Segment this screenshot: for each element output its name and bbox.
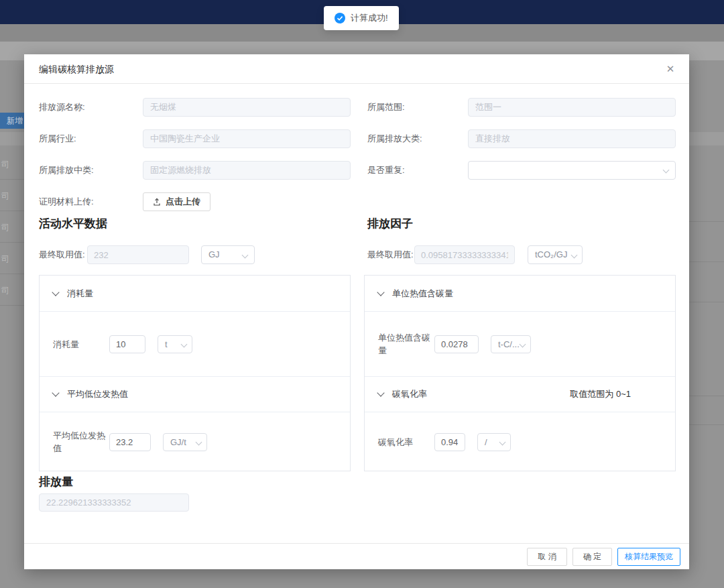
carbon-content-panel-header[interactable]: 单位热值含碳量 bbox=[365, 276, 675, 312]
industry-label: 所属行业: bbox=[39, 129, 139, 148]
chevron-down-icon bbox=[571, 252, 578, 259]
oxidation-rate-panel-title: 碳氧化率 bbox=[392, 388, 427, 400]
oxidation-rate-panel-header[interactable]: 碳氧化率 取值范围为 0~1 bbox=[365, 376, 675, 412]
carbon-content-input[interactable] bbox=[434, 335, 479, 353]
heating-value-panel-title: 平均低位发热值 bbox=[67, 388, 128, 400]
oxidation-rate-label: 碳氧化率 bbox=[378, 436, 434, 449]
factor-unit-value: tCO₂/GJ bbox=[535, 249, 567, 259]
factor-final-label: 最终取用值: bbox=[367, 245, 414, 264]
source-name-input bbox=[143, 98, 351, 117]
carbon-content-unit-value: t-C/... bbox=[498, 339, 520, 349]
oxidation-rate-range-note: 取值范围为 0~1 bbox=[570, 388, 631, 400]
upload-button-label: 点击上传 bbox=[166, 196, 200, 208]
is-duplicate-label: 是否重复: bbox=[367, 161, 468, 180]
chevron-down-icon bbox=[52, 288, 59, 296]
chevron-down-icon bbox=[52, 389, 59, 396]
factor-heading: 排放因子 bbox=[367, 216, 413, 231]
activity-final-label: 最终取用值: bbox=[39, 245, 85, 264]
factor-panels: 单位热值含碳量 单位热值含碳量 t-C/... 碳氧化率 取值范围为 0~1 碳… bbox=[364, 275, 676, 471]
oxidation-rate-row: 碳氧化率 / bbox=[365, 412, 675, 471]
activity-unit-select[interactable]: GJ bbox=[201, 245, 255, 264]
carbon-content-label: 单位热值含碳量 bbox=[378, 331, 434, 357]
emission-major-input bbox=[468, 129, 676, 148]
upload-label: 证明材料上传: bbox=[39, 192, 139, 211]
consumption-input[interactable] bbox=[109, 335, 145, 353]
oxidation-rate-input[interactable] bbox=[434, 433, 465, 451]
heating-value-unit-value: GJ/t bbox=[170, 437, 186, 447]
heating-value-input[interactable] bbox=[109, 433, 151, 451]
emission-mid-label: 所属排放中类: bbox=[39, 161, 139, 180]
emission-major-label: 所属排放大类: bbox=[367, 129, 468, 148]
activity-panels: 消耗量 消耗量 t 平均低位发热值 平均低位发热值 GJ/t bbox=[39, 275, 351, 471]
table-row: 司 bbox=[0, 212, 24, 243]
carbon-content-row: 单位热值含碳量 t-C/... bbox=[365, 312, 675, 376]
toast-message: 计算成功! bbox=[324, 6, 399, 30]
consumption-panel-title: 消耗量 bbox=[67, 288, 93, 300]
heating-value-panel-header[interactable]: 平均低位发热值 bbox=[40, 376, 350, 412]
backdrop-divider bbox=[689, 396, 724, 396]
activity-final-input bbox=[87, 245, 189, 264]
consumption-label: 消耗量 bbox=[53, 338, 109, 351]
heating-value-row: 平均低位发热值 GJ/t bbox=[40, 412, 350, 471]
dialog-title: 编辑碳核算排放源 bbox=[39, 54, 114, 84]
backdrop-divider bbox=[689, 261, 724, 262]
toast-text: 计算成功! bbox=[351, 12, 388, 24]
chevron-down-icon bbox=[377, 288, 384, 296]
activity-unit-value: GJ bbox=[208, 249, 220, 259]
factor-unit-select[interactable]: tCO₂/GJ bbox=[528, 245, 583, 264]
carbon-content-panel-title: 单位热值含碳量 bbox=[392, 288, 453, 300]
consumption-unit-value: t bbox=[165, 339, 168, 349]
chevron-down-icon bbox=[196, 438, 202, 445]
consumption-row: 消耗量 t bbox=[40, 312, 350, 376]
edit-emission-source-dialog: 编辑碳核算排放源 ✕ 排放源名称: 所属范围: 所属行业: 所属排放大类: 所属… bbox=[24, 54, 689, 569]
backdrop-divider bbox=[689, 424, 724, 425]
table-row: 司 bbox=[0, 243, 24, 274]
chevron-down-icon bbox=[663, 167, 670, 174]
source-name-label: 排放源名称: bbox=[39, 98, 139, 117]
activity-heading: 活动水平数据 bbox=[39, 216, 107, 231]
backdrop-divider bbox=[689, 221, 724, 222]
oxidation-rate-unit-select[interactable]: / bbox=[477, 433, 511, 451]
emission-heading: 排放量 bbox=[39, 474, 73, 489]
upload-icon bbox=[153, 198, 161, 206]
oxidation-rate-unit-value: / bbox=[485, 437, 487, 447]
heating-value-unit-select[interactable]: GJ/t bbox=[163, 433, 207, 451]
chevron-down-icon bbox=[181, 341, 188, 347]
cancel-button[interactable]: 取 消 bbox=[527, 548, 566, 566]
table-row: 司 bbox=[0, 180, 24, 211]
chevron-down-icon bbox=[499, 438, 506, 445]
factor-final-input bbox=[414, 245, 515, 264]
emission-amount-input bbox=[39, 493, 189, 512]
table-row: 司 bbox=[0, 149, 24, 180]
consumption-panel-header[interactable]: 消耗量 bbox=[40, 276, 350, 312]
carbon-content-unit-select[interactable]: t-C/... bbox=[491, 335, 531, 353]
scope-input bbox=[468, 98, 676, 117]
confirm-button[interactable]: 确 定 bbox=[572, 548, 612, 566]
chevron-down-icon bbox=[520, 341, 526, 347]
preview-result-button[interactable]: 核算结果预览 bbox=[617, 548, 680, 566]
upload-button[interactable]: 点击上传 bbox=[143, 192, 210, 211]
table-row: 司 bbox=[0, 275, 24, 306]
success-check-icon bbox=[335, 13, 345, 23]
consumption-unit-select[interactable]: t bbox=[158, 335, 192, 353]
chevron-down-icon bbox=[377, 389, 384, 396]
heating-value-label: 平均低位发热值 bbox=[53, 429, 109, 455]
chevron-down-icon bbox=[242, 252, 249, 259]
close-icon[interactable]: ✕ bbox=[664, 62, 677, 76]
page: 新增 司 司 司 司 司 计算成功! 编辑碳核算排放源 ✕ 排放源名称: 所属范… bbox=[0, 0, 724, 588]
emission-mid-input bbox=[143, 161, 351, 180]
dialog-header: 编辑碳核算排放源 ✕ bbox=[24, 54, 689, 84]
dialog-footer: 取 消 确 定 核算结果预览 bbox=[24, 543, 689, 569]
backdrop-divider bbox=[689, 302, 724, 302]
scope-label: 所属范围: bbox=[367, 98, 468, 117]
industry-input bbox=[143, 129, 351, 148]
is-duplicate-select[interactable] bbox=[468, 161, 676, 180]
